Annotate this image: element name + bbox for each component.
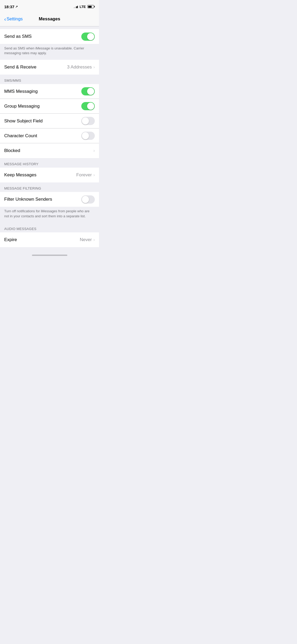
filter-unknown-senders-row: Filter Unknown Senders — [0, 192, 99, 207]
back-button[interactable]: ‹ Settings — [4, 16, 27, 22]
filter-unknown-senders-toggle-knob — [82, 196, 89, 203]
message-history-header: MESSAGE HISTORY — [4, 162, 39, 166]
message-history-section: Keep Messages Forever › — [0, 168, 99, 182]
blocked-right: › — [93, 148, 95, 153]
battery-tip — [94, 6, 95, 7]
character-count-toggle-knob — [82, 132, 89, 139]
message-filtering-header-gap: MESSAGE FILTERING — [0, 182, 99, 192]
group-messaging-label: Group Messaging — [4, 104, 40, 109]
signal-bars — [74, 5, 78, 8]
back-chevron-icon: ‹ — [4, 16, 6, 22]
mms-messaging-toggle[interactable] — [81, 87, 95, 95]
keep-messages-chevron-icon: › — [93, 173, 95, 177]
send-as-sms-label: Send as SMS — [4, 34, 32, 39]
home-indicator-area — [0, 252, 99, 257]
keep-messages-row[interactable]: Keep Messages Forever › — [0, 168, 99, 182]
signal-bar-1 — [74, 7, 74, 8]
sms-mms-section: MMS Messaging Group Messaging Show Subje… — [0, 84, 99, 158]
group-messaging-row: Group Messaging — [0, 99, 99, 114]
mms-messaging-label: MMS Messaging — [4, 89, 38, 94]
blocked-label: Blocked — [4, 148, 20, 153]
expire-right: Never › — [80, 237, 95, 242]
back-label: Settings — [7, 16, 23, 22]
send-receive-right: 3 Addresses › — [67, 65, 95, 70]
character-count-row: Character Count — [0, 128, 99, 143]
nav-bar: ‹ Settings Messages — [0, 12, 99, 26]
lte-label: LTE — [79, 5, 86, 9]
location-icon: ↗ — [15, 5, 18, 8]
filter-unknown-senders-footer: Turn off notifications for iMessages fro… — [0, 207, 99, 223]
battery — [87, 5, 95, 8]
keep-messages-right: Forever › — [76, 172, 95, 178]
character-count-toggle[interactable] — [81, 132, 95, 140]
keep-messages-label: Keep Messages — [4, 172, 36, 178]
expire-chevron-icon: › — [93, 237, 95, 242]
send-receive-row[interactable]: Send & Receive 3 Addresses › — [0, 60, 99, 75]
expire-label: Expire — [4, 237, 17, 242]
battery-fill — [88, 6, 92, 8]
character-count-label: Character Count — [4, 133, 37, 139]
audio-messages-header: AUDIO MESSAGES — [4, 227, 36, 231]
message-filtering-header: MESSAGE FILTERING — [4, 186, 41, 190]
send-receive-label: Send & Receive — [4, 65, 36, 70]
send-receive-section: Send & Receive 3 Addresses › — [0, 60, 99, 75]
signal-bar-2 — [75, 7, 76, 8]
group-messaging-toggle[interactable] — [81, 102, 95, 110]
message-filtering-section: Filter Unknown Senders — [0, 192, 99, 207]
show-subject-field-toggle-knob — [82, 117, 89, 125]
sms-mms-header-gap: SMS/MMS — [0, 75, 99, 84]
send-sms-section: Send as SMS — [0, 29, 99, 44]
send-as-sms-toggle[interactable] — [81, 33, 95, 41]
home-bar — [32, 255, 67, 256]
status-right: LTE — [74, 5, 95, 9]
show-subject-field-row: Show Subject Field — [0, 114, 99, 128]
sms-mms-header: SMS/MMS — [4, 79, 21, 82]
blocked-chevron-icon: › — [93, 148, 95, 153]
expire-row[interactable]: Expire Never › — [0, 232, 99, 247]
keep-messages-value: Forever — [76, 172, 92, 178]
status-time: 18:37 ↗ — [4, 4, 18, 9]
status-bar: 18:37 ↗ LTE — [0, 0, 99, 12]
signal-bar-4 — [77, 6, 78, 8]
filter-unknown-senders-toggle[interactable] — [81, 195, 95, 204]
mms-messaging-toggle-knob — [87, 88, 94, 95]
audio-messages-section: Expire Never › — [0, 232, 99, 247]
mms-messaging-row: MMS Messaging — [0, 84, 99, 99]
send-receive-chevron-icon: › — [93, 65, 95, 70]
battery-body — [87, 5, 94, 8]
signal-bar-3 — [76, 6, 77, 8]
show-subject-field-toggle[interactable] — [81, 117, 95, 125]
filter-unknown-senders-label: Filter Unknown Senders — [4, 197, 52, 202]
show-subject-field-label: Show Subject Field — [4, 118, 43, 124]
send-as-sms-toggle-knob — [87, 33, 94, 40]
message-history-header-gap: MESSAGE HISTORY — [0, 158, 99, 168]
send-as-sms-row: Send as SMS — [0, 29, 99, 44]
audio-messages-header-gap: AUDIO MESSAGES — [0, 223, 99, 232]
send-receive-value: 3 Addresses — [67, 65, 92, 70]
expire-value: Never — [80, 237, 92, 242]
group-messaging-toggle-knob — [87, 103, 94, 110]
section-gap-top — [0, 26, 99, 29]
page-title: Messages — [27, 16, 72, 22]
send-as-sms-footer: Send as SMS when iMessage is unavailable… — [0, 44, 99, 60]
blocked-row[interactable]: Blocked › — [0, 143, 99, 158]
